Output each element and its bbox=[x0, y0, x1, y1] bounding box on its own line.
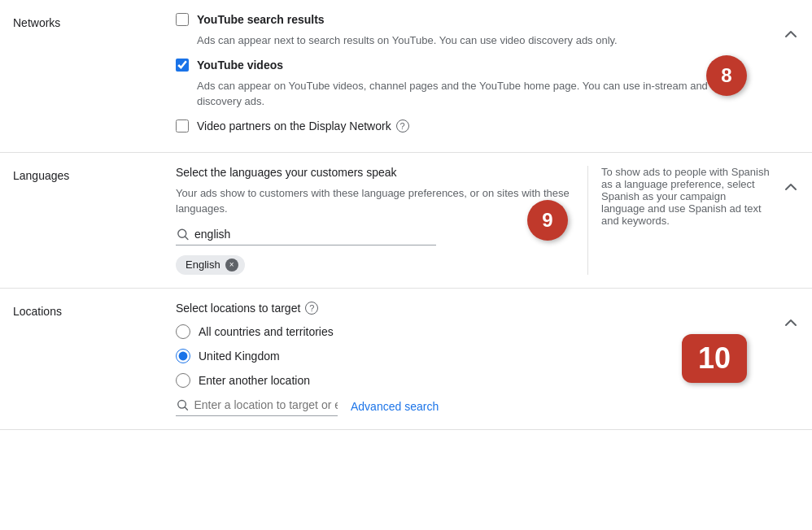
step-badge-10: 10 bbox=[682, 334, 747, 383]
display-network-checkbox[interactable] bbox=[176, 119, 189, 132]
english-chip-remove[interactable]: × bbox=[225, 258, 238, 272]
youtube-search-checkbox[interactable] bbox=[176, 13, 189, 26]
english-chip: English × bbox=[176, 255, 245, 275]
svg-line-3 bbox=[185, 407, 187, 410]
languages-label: Languages bbox=[0, 166, 163, 275]
display-network-row: Video partners on the Display Network ? bbox=[176, 119, 770, 132]
locations-section: Locations Select locations to target ? A… bbox=[0, 289, 812, 430]
locations-help-icon[interactable]: ? bbox=[305, 302, 318, 315]
location-search-input[interactable] bbox=[189, 398, 338, 411]
youtube-search-row: YouTube search results bbox=[176, 13, 770, 26]
all-countries-row: All countries and territories bbox=[176, 324, 770, 339]
languages-sub: Your ads show to customers with these la… bbox=[176, 185, 574, 217]
chevron-up-icon bbox=[783, 179, 799, 195]
youtube-videos-label[interactable]: YouTube videos bbox=[197, 59, 283, 72]
languages-content: Select the languages your customers spea… bbox=[163, 166, 587, 275]
languages-collapse-button[interactable] bbox=[783, 166, 812, 198]
locations-label: Locations bbox=[0, 302, 163, 416]
uk-row: United Kingdom bbox=[176, 349, 770, 363]
step-badge-8: 8 bbox=[706, 55, 747, 96]
chevron-up-icon bbox=[783, 26, 799, 42]
display-network-label[interactable]: Video partners on the Display Network bbox=[197, 119, 391, 132]
networks-content: YouTube search results Ads can appear ne… bbox=[163, 13, 783, 139]
languages-search-row bbox=[176, 227, 436, 245]
english-chip-label: English bbox=[186, 258, 220, 271]
languages-instruction: Select the languages your customers spea… bbox=[176, 166, 574, 179]
youtube-search-label[interactable]: YouTube search results bbox=[197, 13, 325, 26]
uk-label[interactable]: United Kingdom bbox=[199, 350, 280, 363]
youtube-videos-checkbox[interactable] bbox=[176, 59, 189, 72]
other-location-label[interactable]: Enter another location bbox=[199, 374, 310, 387]
languages-search-icon bbox=[176, 227, 190, 241]
youtube-search-desc: Ads can appear next to search results on… bbox=[197, 33, 770, 49]
language-chips: English × bbox=[176, 255, 574, 275]
networks-label: Networks bbox=[0, 13, 163, 139]
other-location-row: Enter another location bbox=[176, 373, 770, 388]
locations-collapse-button[interactable] bbox=[783, 302, 812, 333]
languages-aside: To show ads to people with Spanish as a … bbox=[587, 166, 783, 275]
other-location-radio[interactable] bbox=[176, 373, 190, 388]
location-search-wrapper: Advanced search bbox=[176, 398, 770, 416]
youtube-videos-row: YouTube videos bbox=[176, 59, 770, 72]
networks-section: Networks YouTube search results Ads can … bbox=[0, 0, 812, 153]
location-search-row bbox=[176, 398, 338, 416]
locations-instruction: Select locations to target bbox=[176, 302, 300, 315]
location-search-icon bbox=[176, 398, 189, 412]
youtube-videos-desc: Ads can appear on YouTube videos, channe… bbox=[197, 78, 770, 110]
languages-aside-text: To show ads to people with Spanish as a … bbox=[601, 166, 770, 227]
step-badge-9: 9 bbox=[527, 200, 568, 241]
languages-section: Languages Select the languages your cust… bbox=[0, 153, 812, 289]
languages-search-input[interactable] bbox=[190, 228, 436, 241]
all-countries-label[interactable]: All countries and territories bbox=[199, 325, 334, 338]
uk-radio[interactable] bbox=[176, 349, 190, 363]
display-network-help-icon[interactable]: ? bbox=[396, 119, 409, 132]
advanced-search-link[interactable]: Advanced search bbox=[351, 400, 439, 413]
networks-collapse-button[interactable] bbox=[783, 13, 812, 139]
chevron-up-icon bbox=[783, 315, 799, 331]
svg-line-1 bbox=[186, 237, 188, 239]
all-countries-radio[interactable] bbox=[176, 324, 190, 339]
